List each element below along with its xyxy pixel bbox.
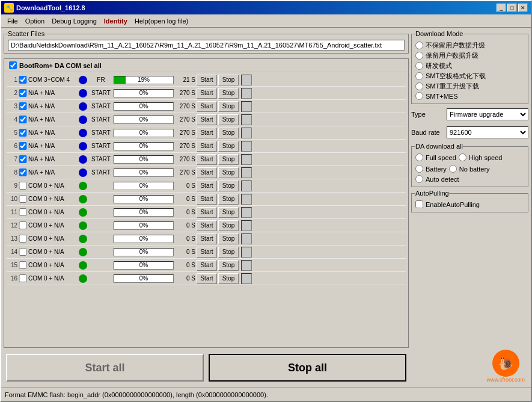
row-checkbox[interactable] (19, 76, 27, 84)
device-row: 9COM 0 + N/A0%0 SStartStop (7, 179, 406, 193)
row-mode: START (90, 129, 112, 136)
radio-high-speed-input[interactable] (459, 153, 466, 161)
radio-auto-detect-input[interactable] (415, 175, 423, 183)
select-all-checkbox[interactable] (9, 61, 17, 69)
radio-no-preserve-label: 不保留用户数据升级 (426, 41, 485, 50)
row-status-box (241, 154, 252, 165)
row-start-button[interactable]: Start (197, 154, 217, 165)
row-stop-button[interactable]: Stop (218, 233, 239, 244)
radio-full-speed-input[interactable] (415, 153, 423, 161)
radio-smt-format-input[interactable] (415, 72, 423, 80)
radio-preserve-input[interactable] (415, 52, 423, 60)
row-stop-button[interactable]: Stop (218, 88, 239, 99)
enable-auto-pulling-label: EnableAutoPulling (426, 201, 480, 208)
row-progress-bar: 19% (114, 76, 174, 84)
type-select[interactable]: Firmware upgrade (447, 108, 528, 120)
row-progress-text: 0% (114, 103, 173, 110)
row-stop-button[interactable]: Stop (218, 154, 239, 165)
row-checkbox[interactable] (19, 155, 27, 163)
menu-option[interactable]: Option (22, 16, 48, 26)
row-stop-button[interactable]: Stop (218, 260, 239, 271)
row-number: 4 (7, 116, 17, 123)
baud-select[interactable]: 921600 (447, 126, 528, 138)
row-start-button[interactable]: Start (197, 220, 217, 231)
row-stop-button[interactable]: Stop (218, 128, 239, 138)
download-mode-group: Download Mode 不保留用户数据升级 保留用户数据升级 研发模式 SM… (411, 30, 528, 104)
row-start-button[interactable]: Start (197, 167, 217, 178)
row-start-button[interactable]: Start (197, 101, 217, 112)
row-mode: START (90, 156, 112, 162)
row-start-button[interactable]: Start (197, 128, 217, 138)
radio-battery-input[interactable] (415, 165, 423, 173)
row-start-button[interactable]: Start (197, 141, 217, 152)
row-time: 0 S (175, 182, 195, 189)
row-checkbox[interactable] (19, 208, 27, 216)
close-button[interactable]: ✕ (518, 4, 528, 12)
row-start-button[interactable]: Start (197, 260, 217, 271)
row-checkbox[interactable] (19, 235, 27, 243)
start-all-button[interactable]: Start all (6, 354, 204, 382)
row-checkbox[interactable] (19, 116, 27, 123)
scatter-files-group: Scatter Files D:\BaiduNetdiskDownload\R9… (4, 30, 409, 54)
maximize-button[interactable]: □ (507, 4, 517, 12)
row-stop-button[interactable]: Stop (218, 247, 239, 258)
row-stop-button[interactable]: Stop (218, 181, 239, 191)
row-stop-button[interactable]: Stop (218, 194, 239, 205)
row-start-button[interactable]: Start (197, 247, 217, 258)
menu-identity[interactable]: Identity (100, 16, 131, 26)
row-stop-button[interactable]: Stop (218, 75, 239, 85)
row-checkbox[interactable] (19, 261, 27, 269)
row-device-name: N/A + N/A (28, 103, 78, 110)
device-row: 8N/A + N/ASTART0%270 SStartStop (7, 166, 406, 179)
row-checkbox[interactable] (19, 129, 27, 137)
scatter-path-display: D:\BaiduNetdiskDownload\R9m_11_A.21_1605… (8, 40, 405, 51)
row-stop-button[interactable]: Stop (218, 273, 239, 284)
row-start-button[interactable]: Start (197, 233, 217, 244)
row-stop-button[interactable]: Stop (218, 141, 239, 152)
radio-smt-upgrade-input[interactable] (415, 82, 423, 90)
radio-no-preserve-input[interactable] (415, 42, 423, 49)
row-stop-button[interactable]: Stop (218, 101, 239, 112)
row-checkbox[interactable] (19, 102, 27, 110)
row-stop-button[interactable]: Stop (218, 167, 239, 178)
row-stop-button[interactable]: Stop (218, 114, 239, 125)
row-progress-bar: 0% (114, 208, 174, 217)
row-stop-button[interactable]: Stop (218, 220, 239, 231)
row-progress-bar: 0% (114, 169, 174, 177)
row-device-name: N/A + N/A (28, 156, 78, 162)
row-checkbox[interactable] (19, 248, 27, 256)
row-checkbox[interactable] (19, 182, 27, 190)
row-progress-bar: 0% (114, 129, 174, 137)
radio-smt-mes-input[interactable] (415, 92, 423, 100)
row-progress-bar: 0% (114, 248, 174, 256)
menu-help[interactable]: Help(open log file) (131, 16, 192, 26)
row-start-button[interactable]: Start (197, 273, 217, 284)
auto-pulling-group: AutoPulling EnableAutoPulling (411, 190, 528, 212)
row-start-button[interactable]: Start (197, 194, 217, 205)
menu-file[interactable]: File (4, 16, 22, 26)
row-start-button[interactable]: Start (197, 88, 217, 99)
row-checkbox[interactable] (19, 221, 27, 229)
row-status-dot (79, 208, 87, 217)
row-start-button[interactable]: Start (197, 181, 217, 191)
device-row: 15COM 0 + N/A0%0 SStartStop (7, 259, 406, 272)
row-checkbox[interactable] (19, 142, 27, 150)
row-checkbox[interactable] (19, 195, 27, 203)
row-checkbox[interactable] (19, 274, 27, 282)
bottom-buttons: Start all Stop all (4, 350, 409, 385)
row-start-button[interactable]: Start (197, 114, 217, 125)
radio-no-battery-input[interactable] (449, 165, 457, 173)
enable-auto-pulling-checkbox[interactable] (415, 200, 423, 208)
menu-debug-logging[interactable]: Debug Logging (48, 16, 100, 26)
row-device-name: COM 0 + N/A (28, 262, 78, 268)
radio-dev-mode-input[interactable] (415, 62, 423, 70)
stop-all-button[interactable]: Stop all (209, 354, 406, 382)
row-start-button[interactable]: Start (197, 207, 217, 218)
row-status-dot (79, 129, 87, 137)
radio-dev-mode: 研发模式 (415, 61, 524, 70)
minimize-button[interactable]: _ (497, 4, 506, 12)
row-checkbox[interactable] (19, 89, 27, 97)
row-start-button[interactable]: Start (197, 75, 217, 85)
row-stop-button[interactable]: Stop (218, 207, 239, 218)
row-checkbox[interactable] (19, 169, 27, 176)
